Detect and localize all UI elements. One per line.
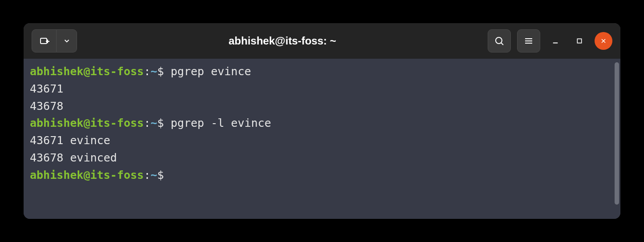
terminal-body[interactable]: abhishek@its-foss:~$ pgrep evince 43671 … [24,59,620,219]
search-icon [494,36,505,46]
titlebar: abhishek@its-foss: ~ [24,23,620,59]
close-icon [600,37,607,44]
chevron-down-icon [63,37,71,45]
prompt-symbol: $ [157,169,164,182]
titlebar-actions [488,29,540,52]
prompt-colon: : [144,117,151,129]
output-line: 43678 [30,98,614,115]
titlebar-right [488,29,612,52]
prompt-path: ~ [151,65,157,78]
command-text: pgrep evince [171,65,251,78]
scrollbar-thumb[interactable] [615,62,619,205]
svg-rect-9 [577,39,581,43]
prompt-user-host: abhishek@its-foss [30,169,144,182]
search-button[interactable] [488,29,511,52]
close-button[interactable] [595,32,612,50]
output-line: 43671 [30,81,614,98]
prompt-user-host: abhishek@its-foss [30,117,144,129]
prompt-user-host: abhishek@its-foss [30,65,144,78]
minimize-icon [551,37,559,45]
menu-button[interactable] [517,29,540,52]
terminal-line: abhishek@its-foss:~$ pgrep evince [30,63,614,81]
svg-line-4 [501,43,503,45]
maximize-icon [576,37,583,44]
terminal-line: abhishek@its-foss:~$ pgrep -l evince [30,115,614,132]
prompt-symbol: $ [157,117,164,129]
terminal-line: abhishek@its-foss:~$ [30,167,614,184]
svg-rect-0 [41,38,47,44]
new-tab-button[interactable] [32,29,57,52]
maximize-button[interactable] [571,32,588,50]
window-title: abhishek@its-foss: ~ [82,35,483,47]
new-tab-icon [39,36,49,46]
hamburger-icon [523,36,534,46]
prompt-colon: : [144,169,151,182]
svg-point-3 [496,37,502,44]
terminal-window: abhishek@its-foss: ~ [24,23,620,219]
new-tab-dropdown[interactable] [57,29,77,52]
output-line: 43678 evinced [30,149,614,167]
prompt-path: ~ [151,169,157,182]
prompt-colon: : [144,65,151,78]
output-line: 43671 evince [30,132,614,149]
prompt-symbol: $ [157,65,164,78]
command-text: pgrep -l evince [171,117,271,129]
new-tab-group [32,29,77,52]
prompt-path: ~ [151,117,157,129]
minimize-button[interactable] [546,32,564,50]
